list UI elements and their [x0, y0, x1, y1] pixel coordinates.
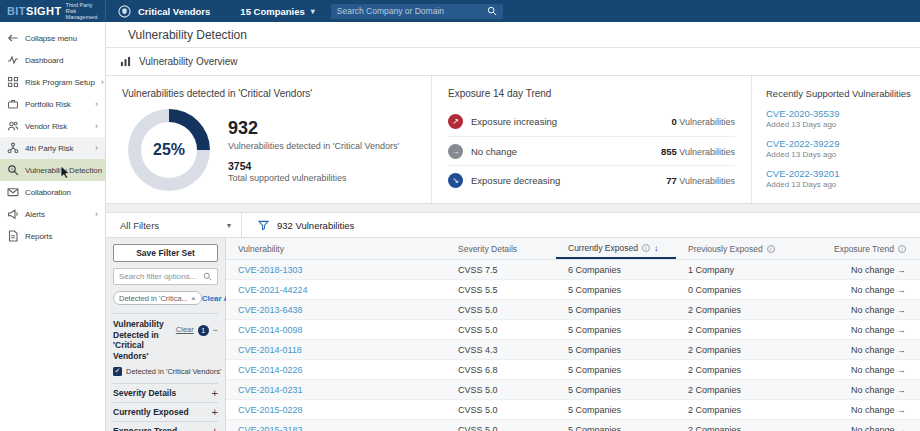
filter-search-input[interactable] — [119, 272, 203, 281]
currently-exposed-cell: 5 Companies — [556, 325, 676, 335]
accordion-label: Severity Details — [113, 388, 176, 398]
vulnerability-cell: CVE-2014-0098 — [226, 325, 446, 335]
arrow-left-icon — [7, 32, 19, 44]
megaphone-icon — [7, 208, 19, 220]
column-header-vulnerability[interactable]: Vulnerability — [226, 238, 446, 259]
cve-link[interactable]: CVE-2014-0118 — [238, 345, 302, 355]
filter-checkbox-row[interactable]: ✓ Detected in 'Critical Vendors' — [113, 367, 218, 383]
trend-text: No change — [851, 325, 895, 335]
global-search — [331, 4, 503, 19]
sidebar-item-risk-program-setup[interactable]: Risk Program Setup › — [0, 71, 105, 93]
severity-cell: CVSS 5.5 — [446, 285, 556, 295]
sidebar-item-reports[interactable]: Reports — [0, 225, 105, 247]
currently-exposed-cell: 5 Companies — [556, 305, 676, 315]
table-row: CVE-2021-44224CVSS 5.55 Companies0 Compa… — [226, 280, 920, 300]
checkbox-checked-icon[interactable]: ✓ — [113, 367, 122, 376]
vulnerability-cell: CVE-2018-1303 — [226, 265, 446, 275]
cve-link[interactable]: CVE-2022-39229 — [766, 138, 911, 149]
detected-card-title: Vulnerabilities detected in 'Critical Ve… — [122, 88, 415, 99]
vulnerability-cell: CVE-2014-0118 — [226, 345, 446, 355]
collapse-minus-icon[interactable]: − — [213, 325, 218, 335]
funnel-icon — [258, 220, 269, 231]
search-icon[interactable] — [487, 6, 497, 16]
trend-label: No change — [471, 146, 517, 157]
sidebar-item-alerts[interactable]: Alerts › — [0, 203, 105, 225]
column-header-previously-exposed[interactable]: Previously Exposed i — [676, 238, 816, 259]
sidebar-item-label: Vendor Risk — [25, 122, 89, 131]
table-row: CVE-2013-6438CVSS 5.05 Companies2 Compan… — [226, 300, 920, 320]
bitsight-logo[interactable]: BITSIGHT Third Party Risk Management — [0, 0, 106, 22]
info-icon[interactable]: i — [767, 245, 775, 253]
table-body: CVE-2018-1303CVSS 7.56 Companies1 Compan… — [226, 260, 920, 431]
filter-toolbar: All Filters ▾ 932 Vulnerabilities — [106, 212, 920, 238]
column-header-severity-details[interactable]: Severity Details — [446, 238, 556, 259]
trend-up-icon: ↗ — [448, 114, 463, 129]
cve-link[interactable]: CVE-2022-39201 — [766, 168, 911, 179]
report-icon — [7, 230, 19, 242]
recent-vulnerability-item: CVE-2020-35539 Added 13 Days ago — [766, 108, 911, 129]
activity-icon — [7, 54, 19, 66]
sidebar-item-4th-party-risk[interactable]: 4th Party Risk › — [0, 137, 105, 159]
plus-icon: + — [212, 406, 218, 418]
filter-accordion-currently-exposed[interactable]: Currently Exposed + — [113, 402, 218, 421]
cve-link[interactable]: CVE-2018-1303 — [238, 265, 303, 275]
checkbox-label: Detected in 'Critical Vendors' — [126, 367, 221, 376]
trend-text: No change — [851, 425, 895, 431]
cve-link[interactable]: CVE-2014-0231 — [238, 385, 303, 395]
active-filter-chip[interactable]: Detected in 'Critica... × — [113, 291, 202, 305]
table-row: CVE-2015-3183CVSS 5.05 Companies2 Compan… — [226, 420, 920, 431]
sidebar-item-collaboration[interactable]: Collaboration — [0, 181, 105, 203]
vulnerability-cell: CVE-2015-0228 — [226, 405, 446, 415]
global-search-input[interactable] — [337, 6, 487, 16]
cve-link[interactable]: CVE-2013-6438 — [238, 305, 303, 315]
filter-panel: Save Filter Set Detected in 'Critica... … — [106, 238, 226, 431]
column-header-currently-exposed[interactable]: Currently Exposed i ↓ — [556, 238, 676, 259]
active-filters-row: Detected in 'Critica... × Clear All — [113, 291, 218, 305]
currently-exposed-cell: 5 Companies — [556, 405, 676, 415]
cve-link[interactable]: CVE-2021-44224 — [238, 285, 308, 295]
currently-exposed-cell: 5 Companies — [556, 345, 676, 355]
cve-link[interactable]: CVE-2014-0226 — [238, 365, 303, 375]
vulnerability-cell: CVE-2015-3183 — [226, 425, 446, 431]
cve-link[interactable]: CVE-2014-0098 — [238, 325, 303, 335]
sidebar-item-label: Reports — [25, 232, 98, 241]
previously-exposed-cell: 2 Companies — [676, 365, 816, 375]
previously-exposed-cell: 2 Companies — [676, 385, 816, 395]
close-icon[interactable]: × — [191, 294, 196, 303]
right-arrow-icon: → — [897, 325, 906, 335]
detected-count-label: Vulnerabilities detected in 'Critical Ve… — [228, 141, 399, 151]
filter-accordion-exposure-trend[interactable]: Exposure Trend + — [113, 421, 218, 431]
sidebar-item-dashboard[interactable]: Dashboard — [0, 49, 105, 71]
sidebar-item-vendor-risk[interactable]: Vendor Risk › — [0, 115, 105, 137]
sort-desc-icon: ↓ — [654, 243, 659, 253]
previously-exposed-cell: 2 Companies — [676, 325, 816, 335]
chevron-right-icon: › — [95, 122, 98, 131]
cve-link[interactable]: CVE-2020-35539 — [766, 108, 911, 119]
companies-dropdown[interactable]: 15 Companies ▾ — [240, 6, 314, 17]
companies-count: 15 Companies — [240, 6, 304, 17]
info-icon[interactable]: i — [898, 245, 906, 253]
column-header-exposure-trend[interactable]: Exposure Trend i — [816, 238, 920, 259]
exposure-trend-cell: No change → — [816, 305, 920, 315]
sidebar-item-collapse-menu[interactable]: Collapse menu — [0, 27, 105, 49]
filter-accordion-severity-details[interactable]: Severity Details + — [113, 383, 218, 402]
cve-link[interactable]: CVE-2015-3183 — [238, 425, 303, 431]
clear-link[interactable]: Clear — [176, 325, 194, 334]
sidebar-item-vulnerability-detection[interactable]: Vulnerability Detection — [0, 159, 105, 181]
save-filter-set-button[interactable]: Save Filter Set — [113, 244, 218, 262]
accordion-label: Exposure Trend — [113, 426, 177, 431]
currently-exposed-cell: 5 Companies — [556, 365, 676, 375]
severity-cell: CVSS 4.3 — [446, 345, 556, 355]
all-filters-dropdown[interactable]: All Filters ▾ — [106, 213, 242, 237]
cve-link[interactable]: CVE-2015-0228 — [238, 405, 303, 415]
right-arrow-icon: → — [897, 405, 906, 415]
added-date: Added 13 Days ago — [766, 150, 911, 159]
sidebar-item-label: Alerts — [25, 210, 89, 219]
previously-exposed-cell: 0 Companies — [676, 285, 816, 295]
right-arrow-icon: → — [897, 285, 906, 295]
trend-text: No change — [851, 385, 895, 395]
sidebar-item-portfolio-risk[interactable]: Portfolio Risk › — [0, 93, 105, 115]
sidebar-item-label: Portfolio Risk — [25, 100, 89, 109]
active-count-badge: 1 — [198, 325, 209, 336]
info-icon[interactable]: i — [642, 244, 650, 252]
